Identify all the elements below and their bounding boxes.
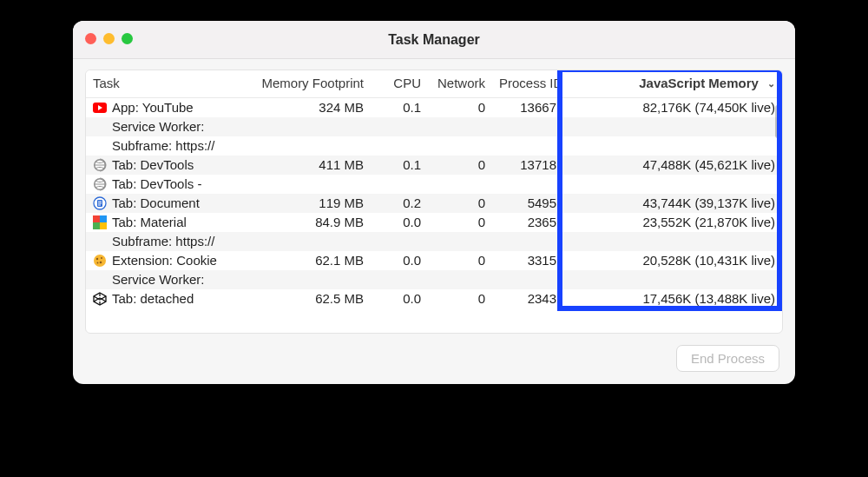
js-memory-value: 43,744K (39,137K live) xyxy=(563,194,782,213)
task-name: Subframe: https:// xyxy=(112,138,214,153)
process-id-value xyxy=(492,232,563,251)
network-value: 0 xyxy=(428,98,492,117)
table-row[interactable]: Tab: DevTools - xyxy=(86,175,782,194)
doc-icon xyxy=(93,196,107,210)
table-row[interactable]: Subframe: https:// xyxy=(86,136,782,156)
process-id-value xyxy=(492,270,563,289)
globe-icon xyxy=(93,177,107,191)
process-id-value: 3315 xyxy=(492,251,563,270)
memory-value: 324 MB xyxy=(251,98,371,117)
cpu-value xyxy=(371,232,428,251)
globe-icon xyxy=(93,158,107,172)
cpu-value xyxy=(371,270,428,289)
memory-value: 119 MB xyxy=(251,194,371,213)
network-value xyxy=(428,270,492,289)
task-name: Tab: DevTools xyxy=(112,157,194,172)
task-manager-window: Task Manager Task Memory Footprint CPU N… xyxy=(73,21,795,384)
cpu-value: 0.1 xyxy=(371,156,428,175)
end-process-button[interactable]: End Process xyxy=(676,345,779,372)
network-value: 0 xyxy=(428,194,492,213)
network-value: 0 xyxy=(428,213,492,232)
cpu-value xyxy=(371,117,428,136)
network-value xyxy=(428,117,492,136)
close-icon[interactable] xyxy=(85,33,96,44)
col-js-memory-label: JavaScript Memory xyxy=(639,76,759,90)
network-value: 0 xyxy=(428,251,492,270)
cpu-value: 0.0 xyxy=(371,289,428,308)
table-row[interactable]: Service Worker: xyxy=(86,270,782,289)
table-row[interactable]: Subframe: https:// xyxy=(86,232,782,251)
table-row[interactable]: App: YouTube324 MB0.101366782,176K (74,4… xyxy=(86,98,782,117)
memory-value xyxy=(251,117,371,136)
cpu-value: 0.0 xyxy=(371,213,428,232)
memory-value: 62.5 MB xyxy=(251,289,371,308)
process-id-value: 13718 xyxy=(492,156,563,175)
task-name: Tab: Material xyxy=(112,215,187,229)
table-row[interactable]: Service Worker: xyxy=(86,117,782,136)
col-process-id[interactable]: Process ID xyxy=(492,70,563,98)
col-task[interactable]: Task xyxy=(86,70,251,98)
table-row[interactable]: Tab: detached62.5 MB0.00234317,456K (13,… xyxy=(86,289,782,308)
cookie-icon xyxy=(93,254,107,268)
js-memory-value xyxy=(563,232,782,251)
memory-value xyxy=(251,270,371,289)
js-memory-value xyxy=(563,270,782,289)
task-name: Extension: Cookie xyxy=(112,253,217,268)
minimize-icon[interactable] xyxy=(103,33,115,44)
cpu-value: 0.1 xyxy=(371,98,428,117)
table-row[interactable]: Tab: Material84.9 MB0.00236523,552K (21,… xyxy=(86,213,782,232)
task-name: Tab: DevTools - xyxy=(112,176,201,191)
column-header-row: Task Memory Footprint CPU Network Proces… xyxy=(86,70,782,98)
js-memory-value: 47,488K (45,621K live) xyxy=(563,156,782,175)
process-id-value xyxy=(492,136,563,156)
task-name: App: YouTube xyxy=(112,100,194,115)
js-memory-value: 17,456K (13,488K live) xyxy=(563,289,782,308)
task-name: Subframe: https:// xyxy=(112,234,214,248)
task-name: Tab: detached xyxy=(112,291,194,306)
network-value xyxy=(428,232,492,251)
process-id-value: 13667 xyxy=(492,98,563,117)
js-memory-value: 82,176K (74,450K live) xyxy=(563,98,782,117)
memory-value xyxy=(251,136,371,156)
col-memory[interactable]: Memory Footprint xyxy=(251,70,371,98)
process-id-value xyxy=(492,117,563,136)
memory-value xyxy=(251,175,371,194)
col-js-memory[interactable]: JavaScript Memory ⌄ xyxy=(563,70,782,98)
network-value xyxy=(428,136,492,156)
network-value: 0 xyxy=(428,289,492,308)
cpu-value: 0.2 xyxy=(371,194,428,213)
js-memory-value xyxy=(563,136,782,156)
js-memory-value xyxy=(563,175,782,194)
codepen-icon xyxy=(93,292,107,306)
cpu-value: 0.0 xyxy=(371,251,428,270)
process-id-value: 2343 xyxy=(492,289,563,308)
sort-descending-icon: ⌄ xyxy=(767,78,775,89)
zoom-icon[interactable] xyxy=(122,33,133,44)
window-controls xyxy=(85,33,133,44)
js-memory-value xyxy=(563,117,782,136)
task-name: Tab: Document xyxy=(112,195,200,210)
memory-value: 411 MB xyxy=(251,156,371,175)
titlebar: Task Manager xyxy=(73,21,795,59)
cpu-value xyxy=(371,136,428,156)
scrollbar-thumb[interactable] xyxy=(775,105,780,138)
table-row[interactable]: Tab: Document119 MB0.20549543,744K (39,1… xyxy=(86,194,782,213)
js-memory-value: 20,528K (10,431K live) xyxy=(563,251,782,270)
process-table-panel: Task Memory Footprint CPU Network Proces… xyxy=(85,70,783,334)
material-icon xyxy=(93,215,107,229)
col-cpu[interactable]: CPU xyxy=(371,70,428,98)
process-table: Task Memory Footprint CPU Network Proces… xyxy=(86,70,782,308)
cpu-value xyxy=(371,175,428,194)
js-memory-value: 23,552K (21,870K live) xyxy=(563,213,782,232)
table-row[interactable]: Extension: Cookie62.1 MB0.00331520,528K … xyxy=(86,251,782,270)
network-value: 0 xyxy=(428,156,492,175)
process-id-value: 5495 xyxy=(492,194,563,213)
table-row[interactable]: Tab: DevTools411 MB0.101371847,488K (45,… xyxy=(86,156,782,175)
col-network[interactable]: Network xyxy=(428,70,492,98)
window-title: Task Manager xyxy=(388,32,480,48)
memory-value: 62.1 MB xyxy=(251,251,371,270)
memory-value xyxy=(251,232,371,251)
youtube-icon xyxy=(93,101,107,115)
memory-value: 84.9 MB xyxy=(251,213,371,232)
task-name: Service Worker: xyxy=(112,119,204,134)
